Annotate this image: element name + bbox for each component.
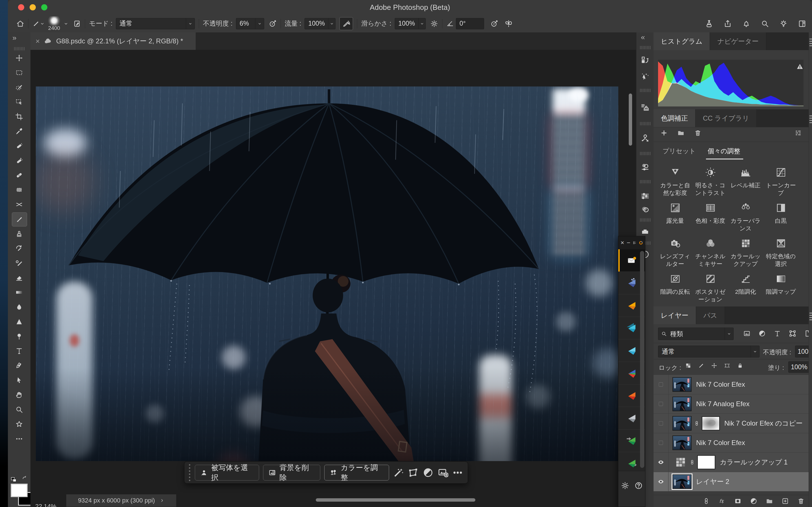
color-mixer-panel-icon[interactable] — [641, 163, 650, 172]
filter-pixel-layers-icon[interactable] — [743, 330, 751, 337]
history-brush-tool[interactable] — [12, 242, 27, 255]
help-icon[interactable] — [635, 482, 643, 490]
marquee-tool[interactable] — [12, 66, 27, 79]
link-layers-icon[interactable] — [703, 497, 710, 505]
adjustment-layer-icon[interactable] — [674, 456, 687, 469]
adjustment-item[interactable]: 2階調化 — [728, 273, 763, 295]
layer-row[interactable]: カラールックアップ 1 — [654, 453, 809, 472]
default-colors-icon[interactable] — [10, 476, 17, 483]
visibility-toggle[interactable] — [654, 394, 668, 413]
horizontal-scrollbar[interactable] — [316, 498, 475, 502]
dodge-tool[interactable] — [12, 330, 27, 343]
adjustment-item[interactable]: チャンネルミキサー — [693, 238, 728, 268]
layer-name[interactable]: Nik 7 Analog Efex — [696, 400, 749, 408]
adjustment-item[interactable]: 色相・彩度 — [693, 202, 728, 224]
delete-icon[interactable] — [694, 129, 702, 136]
visibility-toggle[interactable] — [654, 453, 668, 472]
brush-tip-thumbnail[interactable] — [48, 16, 61, 26]
lock-transparency-icon[interactable] — [685, 362, 691, 369]
new-adjustment-icon[interactable] — [750, 497, 757, 505]
nik-panel-titlebar[interactable]: × − — [618, 236, 645, 249]
lock-all-icon[interactable] — [737, 362, 743, 369]
chevron-down-icon[interactable] — [63, 21, 68, 26]
layer-row[interactable]: Nik 7 Analog Efex — [654, 394, 809, 414]
adjustment-item[interactable]: 階調の反転 — [658, 273, 693, 295]
tab-layers[interactable]: レイヤー — [654, 306, 696, 324]
airbrush-toggle[interactable] — [340, 17, 353, 30]
opacity-input[interactable]: 6% — [236, 18, 264, 29]
lock-position-icon[interactable] — [711, 362, 717, 369]
filter-shape-layers-icon[interactable] — [789, 330, 796, 337]
filter-smart-objects-icon[interactable] — [804, 330, 809, 337]
layer-row[interactable]: Nik 7 Color Efex — [654, 375, 809, 394]
gear-icon[interactable] — [430, 20, 438, 27]
nik-collection-panel[interactable]: × − — [618, 236, 645, 507]
flow-input[interactable]: 100% — [305, 18, 336, 29]
type-tool[interactable] — [12, 344, 27, 358]
contextual-taskbar[interactable]: 被写体を選択 背景を削除 カラーを調整 — [184, 461, 468, 484]
custom-shape-tool[interactable] — [12, 417, 27, 431]
tab-cc-libraries[interactable]: CC ライブラリ — [696, 109, 757, 127]
add-image-icon[interactable] — [438, 467, 449, 478]
add-mask-icon[interactable] — [734, 497, 742, 505]
adjustment-item[interactable]: レンズフィルター — [658, 238, 693, 268]
adjustment-item[interactable]: レベル補正 — [728, 167, 763, 189]
filter-adjustment-layers-icon[interactable] — [758, 330, 766, 337]
layer-thumbnail[interactable] — [672, 436, 692, 450]
layer-name[interactable]: Nik 7 Color Efex — [696, 439, 745, 447]
pen-tool[interactable] — [12, 359, 27, 372]
crop-tool[interactable] — [12, 110, 27, 123]
layer-row[interactable]: Nik 7 Color Efex — [654, 433, 809, 453]
gear-icon[interactable] — [621, 482, 629, 490]
taskbar-drag-handle[interactable] — [189, 464, 190, 481]
layer-fill-input[interactable]: 100% — [788, 361, 809, 373]
tab-histogram[interactable]: ヒストグラム — [654, 33, 710, 50]
delete-layer-icon[interactable] — [797, 497, 805, 505]
remove-tool[interactable] — [12, 154, 27, 167]
foreground-color-swatch[interactable] — [11, 484, 28, 497]
lock-pixels-icon[interactable] — [698, 362, 704, 369]
adjustment-item[interactable]: 明るさ・コントラスト — [693, 167, 728, 196]
adjustment-item[interactable]: 階調マップ — [763, 273, 799, 295]
visibility-toggle[interactable] — [654, 433, 668, 452]
history-panel-icon[interactable] — [641, 55, 650, 64]
layer-mask-thumbnail[interactable] — [697, 455, 715, 469]
chevron-down-icon[interactable] — [40, 21, 45, 26]
visibility-toggle[interactable] — [654, 414, 668, 433]
layer-filter-select[interactable]: 種類 — [658, 328, 733, 340]
adjustment-item[interactable]: カラールックアップ — [728, 238, 763, 268]
brush-preset-icon[interactable] — [33, 20, 40, 27]
tool-presets-panel-icon[interactable] — [641, 134, 650, 143]
mask-link-icon[interactable] — [694, 420, 700, 426]
warning-icon[interactable] — [796, 63, 804, 70]
layer-row[interactable]: Nik 7 Color Efex のコピー — [654, 414, 809, 433]
new-group-icon[interactable] — [766, 497, 773, 505]
tab-navigator[interactable]: ナビゲーター — [710, 33, 766, 50]
home-icon[interactable] — [16, 20, 24, 27]
spot-healing-tool[interactable] — [12, 139, 27, 153]
layer-blend-mode-select[interactable]: 通常 — [658, 346, 760, 357]
smoothing-input[interactable]: 100% — [395, 18, 426, 29]
lock-artboard-icon[interactable] — [724, 362, 730, 369]
toggle-brush-settings-icon[interactable] — [73, 20, 81, 27]
remove-background-button[interactable]: 背景を削除 — [263, 465, 320, 481]
list-view-icon[interactable] — [795, 129, 802, 136]
search-icon[interactable] — [761, 19, 769, 28]
adjustment-item[interactable]: カラーと自然な彩度 — [658, 167, 693, 196]
selection-brush-tool[interactable] — [12, 80, 27, 94]
mixer-brush-tool[interactable] — [12, 256, 27, 270]
subtab-single-adjustments[interactable]: 個々の調整 — [708, 147, 741, 156]
adjustment-item[interactable]: 特定色域の選択 — [763, 238, 799, 268]
pressure-opacity-icon[interactable] — [269, 20, 276, 27]
brush-angle-input[interactable]: 0° — [456, 18, 484, 29]
collapse-tools-chevron[interactable]: » — [12, 34, 16, 42]
adjustment-item[interactable]: 白黒 — [763, 202, 799, 224]
layer-thumbnail[interactable] — [672, 416, 692, 431]
layer-name[interactable]: レイヤー 2 — [696, 477, 729, 486]
discover-icon[interactable] — [779, 19, 788, 28]
mask-link-icon[interactable] — [689, 459, 695, 465]
layer-thumbnail[interactable] — [672, 397, 692, 411]
object-selection-tool[interactable] — [12, 95, 27, 109]
close-tab-icon[interactable]: × — [36, 37, 40, 46]
photo-image[interactable] — [36, 87, 618, 461]
